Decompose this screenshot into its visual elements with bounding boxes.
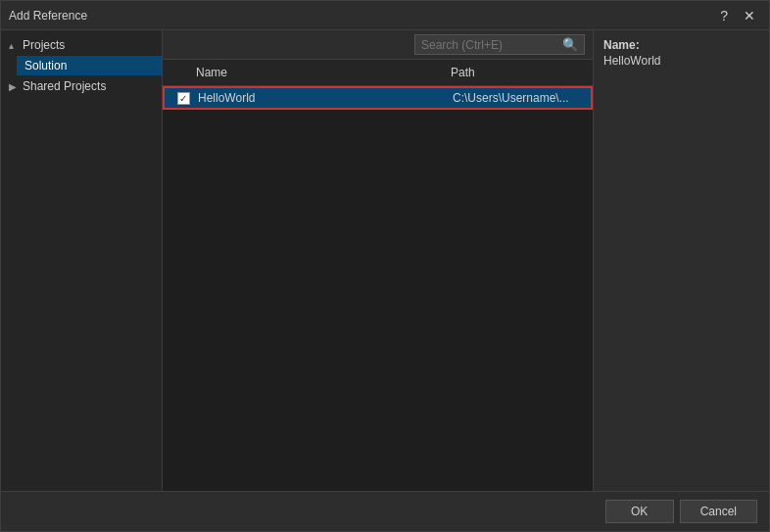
table-header: Name Path [163, 60, 593, 86]
row-checkbox-cell: ✓ [165, 92, 194, 105]
search-bar: 🔍 [163, 30, 593, 60]
title-bar: Add Reference ? ✕ [1, 1, 769, 30]
left-panel: ▴ Projects Solution ▶ Shared Projects [1, 30, 163, 491]
cancel-button[interactable]: Cancel [680, 500, 757, 523]
table-body: ✓ HelloWorld C:\Users\Username\... [163, 86, 593, 110]
search-input[interactable] [421, 38, 558, 52]
name-prop-value: HelloWorld [603, 54, 759, 68]
search-icon-button[interactable]: 🔍 [562, 37, 578, 52]
projects-children: Solution [1, 56, 162, 75]
table-area: Name Path ✓ HelloWorld C:\Users\Username… [163, 60, 593, 491]
close-button[interactable]: ✕ [738, 7, 761, 24]
projects-tree-item[interactable]: ▴ Projects [1, 34, 162, 56]
name-prop-label: Name: [603, 38, 759, 52]
solution-item[interactable]: Solution [17, 56, 162, 75]
title-bar-controls: ? ✕ [714, 7, 761, 24]
col-name-header: Name [192, 64, 447, 81]
projects-arrow: ▴ [9, 40, 19, 51]
row-path-cell: C:\Users\Username\... [449, 91, 591, 105]
add-reference-dialog: Add Reference ? ✕ ▴ Projects Solution ▶ … [0, 0, 770, 532]
table-row[interactable]: ✓ HelloWorld C:\Users\Username\... [163, 86, 593, 110]
shared-arrow: ▶ [9, 81, 19, 92]
shared-projects-tree-item[interactable]: ▶ Shared Projects [1, 75, 162, 97]
dialog-title: Add Reference [9, 9, 87, 23]
search-wrapper: 🔍 [414, 34, 585, 55]
main-panel: 🔍 Name Path ✓ HelloWorld C:\Users\U [163, 30, 593, 491]
checkbox-checked[interactable]: ✓ [177, 92, 190, 105]
projects-label: Projects [23, 38, 65, 52]
content-area: ▴ Projects Solution ▶ Shared Projects 🔍 [1, 30, 769, 491]
ok-button[interactable]: OK [605, 500, 674, 523]
help-button[interactable]: ? [714, 7, 734, 24]
row-name-cell: HelloWorld [194, 91, 449, 105]
col-path-header: Path [447, 64, 593, 81]
shared-projects-label: Shared Projects [23, 79, 106, 93]
bottom-bar: OK Cancel [1, 491, 769, 531]
right-panel: Name: HelloWorld [593, 30, 769, 491]
